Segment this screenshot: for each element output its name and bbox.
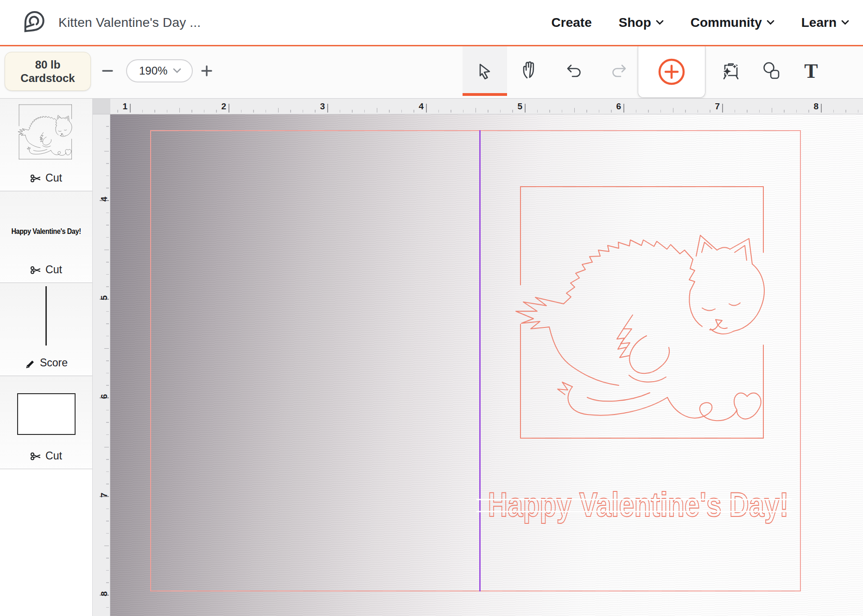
ruler-corner (93, 99, 110, 114)
easel-sparkles-icon (719, 60, 742, 82)
step-action: Cut (30, 450, 62, 462)
stencil-gap (476, 499, 792, 500)
serif-T-icon: T (804, 59, 818, 83)
zoom-out-button[interactable] (98, 60, 117, 82)
pencil-icon (25, 358, 36, 369)
design-canvas[interactable]: Happy Valentine's Day! (110, 114, 863, 616)
nav-item-community[interactable]: Community (691, 15, 774, 30)
sidebar-step-cut-kitten[interactable]: Cut (0, 99, 92, 191)
hand-icon (520, 60, 542, 82)
chevron-down-icon (841, 20, 849, 25)
zoom-level-dropdown[interactable]: 190% (126, 59, 193, 82)
select-tool-button[interactable] (463, 46, 507, 95)
rectangle-thumbnail (17, 393, 76, 435)
scissors-icon (30, 264, 41, 276)
toolbar: 80 lb Cardstock 190% (0, 46, 863, 99)
chevron-down-icon (173, 68, 181, 74)
shapes-tool-button[interactable] (749, 46, 793, 95)
vertical-ruler: 45678 (93, 114, 110, 616)
app-window: Kitten Valentine's Day ... Create Shop C… (0, 0, 863, 616)
fold-score-line[interactable] (479, 130, 481, 591)
scissors-icon (30, 451, 41, 462)
glowforge-logo-icon[interactable] (19, 9, 46, 36)
nav-item-create[interactable]: Create (552, 15, 592, 30)
text-thumbnail: Happy Valentine's Day! (11, 227, 81, 235)
kitten-cut-art[interactable] (508, 176, 786, 454)
score-line-thumbnail (45, 286, 47, 346)
stencil-gap (476, 511, 792, 512)
material-line2: Cardstock (20, 71, 75, 85)
main-nav: Create Shop Community Learn (552, 0, 849, 45)
sidebar-step-score-line[interactable]: Score (0, 283, 92, 376)
chevron-down-icon (656, 20, 664, 25)
magic-canvas-tool-button[interactable] (708, 46, 753, 95)
steps-sidebar: CutHappy Valentine's Day!CutScoreCut (0, 99, 93, 616)
nav-item-shop[interactable]: Shop (619, 15, 664, 30)
circle-square-shapes-icon (760, 60, 782, 82)
redo-icon (608, 60, 629, 82)
scissors-icon (30, 173, 41, 184)
step-action: Cut (30, 172, 62, 184)
add-artwork-button[interactable] (638, 46, 705, 98)
kitten-thumbnail (16, 102, 76, 163)
horizontal-ruler: 12345678 (110, 99, 863, 114)
undo-icon (564, 60, 585, 82)
step-action: Cut (30, 264, 62, 276)
document-title[interactable]: Kitten Valentine's Day ... (58, 15, 201, 30)
zoom-level-value: 190% (139, 64, 167, 77)
material-button[interactable]: 80 lb Cardstock (5, 52, 91, 91)
redo-button[interactable] (596, 46, 641, 95)
text-tool-button[interactable]: T (789, 46, 833, 95)
undo-button[interactable] (552, 46, 597, 95)
greeting-cut-text[interactable]: Happy Valentine's Day! (488, 485, 788, 524)
nav-item-learn[interactable]: Learn (801, 15, 849, 30)
pan-tool-button[interactable] (509, 46, 553, 95)
chevron-down-icon (767, 20, 774, 25)
sidebar-step-cut-text[interactable]: Happy Valentine's Day!Cut (0, 191, 92, 283)
zoom-in-button[interactable] (197, 60, 216, 82)
cursor-arrow-icon (474, 60, 495, 82)
sidebar-step-cut-rect[interactable]: Cut (0, 376, 92, 469)
material-line1: 80 lb (35, 58, 61, 71)
step-action: Score (25, 357, 68, 369)
app-header: Kitten Valentine's Day ... Create Shop C… (0, 0, 863, 46)
plus-circle-icon (657, 57, 686, 86)
